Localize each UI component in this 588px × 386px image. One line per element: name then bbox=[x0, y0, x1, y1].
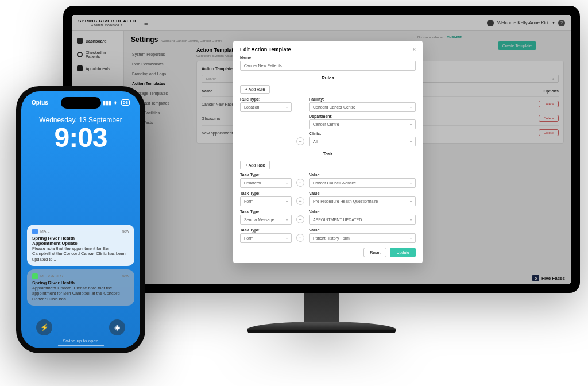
remove-task-button[interactable]: − bbox=[296, 197, 304, 205]
task-type-select[interactable]: Collateral bbox=[240, 178, 292, 188]
name-label: Name bbox=[240, 56, 416, 60]
task-value-select[interactable]: Pre-Procedure Health Questionnaire bbox=[309, 196, 416, 206]
close-icon[interactable]: × bbox=[413, 47, 416, 52]
add-task-button[interactable]: + Add Task bbox=[240, 161, 270, 169]
remove-task-button[interactable]: − bbox=[296, 179, 304, 187]
signal-icon: ▮▮▮ bbox=[103, 100, 111, 106]
dynamic-island bbox=[61, 97, 101, 109]
task-type-select[interactable]: Form bbox=[240, 196, 292, 206]
remove-task-button[interactable]: − bbox=[296, 234, 304, 242]
task-value-select[interactable]: APPOINTMENT UPDATED bbox=[309, 215, 416, 225]
lock-time: 9:03 bbox=[21, 124, 140, 152]
messages-app-icon bbox=[32, 273, 38, 279]
add-rule-button[interactable]: + Add Rule bbox=[240, 85, 270, 94]
task-value-select[interactable]: Patient History Form bbox=[309, 233, 416, 243]
status-icons: ▮▮▮ ᯤ 56 bbox=[103, 99, 130, 106]
remove-task-button[interactable]: − bbox=[296, 215, 304, 223]
notification-card[interactable]: MAILnow Spring River Health Appointment … bbox=[27, 225, 134, 266]
rule-type-select[interactable]: Location bbox=[240, 102, 292, 112]
wifi-icon: ᯤ bbox=[114, 100, 119, 106]
mail-app-icon bbox=[32, 229, 38, 234]
edit-template-modal: Edit Action Template× Name Cancer New Pa… bbox=[233, 41, 423, 263]
task-type-select[interactable]: Form bbox=[240, 233, 292, 243]
notification-card[interactable]: MESSAGESnow Spring River Health Appointm… bbox=[27, 269, 134, 306]
home-indicator[interactable] bbox=[58, 345, 104, 346]
task-type-select[interactable]: Send a Message bbox=[240, 215, 292, 225]
camera-button[interactable]: ◉ bbox=[109, 319, 125, 335]
carrier-label: Optus bbox=[32, 99, 48, 106]
battery-icon: 56 bbox=[121, 99, 130, 106]
update-button[interactable]: Update bbox=[390, 248, 416, 257]
reset-button[interactable]: Reset bbox=[363, 248, 386, 257]
rules-header: Rules bbox=[240, 75, 416, 80]
clinic-select[interactable]: All bbox=[309, 137, 416, 146]
swipe-hint: Swipe up to open bbox=[21, 338, 140, 343]
facility-select[interactable]: Concord Cancer Centre bbox=[309, 102, 416, 112]
flashlight-button[interactable]: ⚡ bbox=[36, 319, 52, 335]
department-select[interactable]: Cancer Centre bbox=[309, 119, 416, 129]
remove-rule-button[interactable]: − bbox=[296, 137, 304, 145]
task-header: Task bbox=[240, 151, 416, 156]
phone-mockup: Optus ▮▮▮ ᯤ 56 Wednesday, 13 September 9… bbox=[16, 86, 145, 353]
modal-title: Edit Action Template bbox=[240, 47, 291, 52]
task-value-select[interactable]: Cancer Council Website bbox=[309, 178, 416, 188]
template-name-input[interactable]: Cancer New Patients bbox=[240, 61, 416, 71]
